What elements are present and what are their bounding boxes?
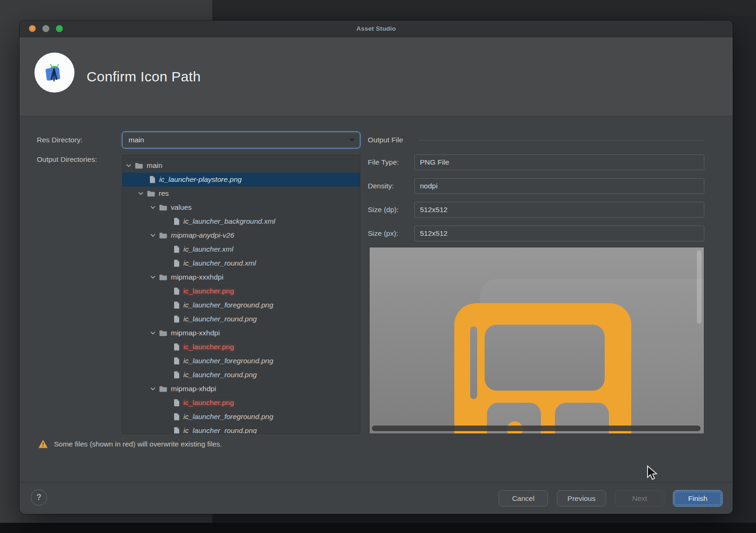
tree-item-label: mipmap-xhdpi (171, 385, 216, 393)
output-file-field-row: File Type:PNG File (368, 154, 704, 170)
tree-item-label: ic_launcher_round.png (183, 315, 257, 323)
footer-divider (20, 482, 733, 483)
overwrite-warning: Some files (shown in red) will overwrite… (38, 440, 222, 448)
tree-item-label: mipmap-anydpi-v26 (171, 231, 234, 240)
folder-icon (159, 205, 167, 211)
chevron-down-icon[interactable] (150, 276, 156, 279)
field-label: Size (px): (368, 229, 414, 238)
title-bar: Asset Studio (20, 20, 733, 37)
field-value-input[interactable]: PNG File (414, 154, 704, 170)
warning-text: Some files (shown in red) will overwrite… (54, 440, 222, 448)
file-icon (174, 357, 180, 365)
chevron-down-icon[interactable] (138, 192, 144, 195)
tree-item[interactable]: main (122, 159, 360, 173)
tree-item[interactable]: ic_launcher_round.png (122, 424, 360, 434)
chevron-down-icon[interactable] (126, 164, 132, 167)
tree-item[interactable]: ic_launcher.png (122, 284, 360, 298)
file-icon (174, 246, 180, 253)
file-icon (174, 315, 180, 323)
output-directories-label: Output Directories: (37, 155, 97, 164)
tree-item[interactable]: ic_launcher.png (122, 340, 360, 354)
file-icon (174, 343, 180, 351)
wizard-header: Confirm Icon Path (20, 37, 733, 116)
preview-vertical-scrollbar[interactable] (697, 250, 702, 324)
icon-window-shape (485, 325, 605, 391)
desktop-background-bottom (0, 523, 756, 533)
tree-item-label: ic_launcher.png (183, 399, 234, 407)
tree-item[interactable]: values (122, 200, 360, 214)
chevron-down-icon[interactable] (150, 387, 156, 391)
file-icon (174, 287, 180, 295)
preview-horizontal-scrollbar[interactable] (372, 426, 701, 431)
chevron-down-icon[interactable] (150, 234, 156, 237)
tree-item-label: ic_launcher_foreground.png (183, 301, 273, 309)
section-divider (419, 140, 704, 140)
field-value-input[interactable]: nodpi (414, 178, 704, 194)
tree-item[interactable]: ic_launcher.png (122, 396, 360, 410)
tree-item-label: ic_launcher_round.png (183, 371, 257, 379)
launcher-icon-image (454, 303, 631, 434)
file-icon (174, 413, 180, 420)
res-directory-select[interactable]: main (122, 132, 360, 148)
tree-item[interactable]: ic_launcher_round.png (122, 312, 360, 326)
tree-item[interactable]: ic_launcher-playstore.png (122, 173, 360, 187)
output-file-field-row: Density:nodpi (368, 178, 704, 194)
warning-icon (38, 440, 48, 448)
tree-item-label: ic_launcher_foreground.png (183, 413, 273, 421)
window-title: Asset Studio (357, 25, 396, 32)
tree-item-label: mipmap-xxxhdpi (171, 273, 223, 281)
tree-item[interactable]: ic_launcher_background.xml (122, 214, 360, 228)
tree-item-label: res (159, 189, 169, 198)
tree-item[interactable]: mipmap-anydpi-v26 (122, 228, 360, 242)
file-icon (149, 176, 155, 183)
cancel-button[interactable]: Cancel (499, 490, 548, 506)
minimize-window-button[interactable] (42, 25, 49, 32)
previous-button[interactable]: Previous (557, 490, 606, 506)
folder-icon (147, 191, 155, 197)
traffic-lights (29, 25, 63, 32)
chevron-down-icon[interactable] (150, 332, 156, 335)
tree-item[interactable]: ic_launcher_foreground.png (122, 298, 360, 312)
output-file-field-row: Size (px):512x512 (368, 226, 704, 241)
file-icon (174, 427, 180, 434)
tree-item[interactable]: ic_launcher_round.png (122, 368, 360, 382)
tree-item[interactable]: ic_launcher.xml (122, 242, 360, 256)
tree-item-label: ic_launcher_round.png (183, 426, 257, 434)
icon-slot-shape (470, 326, 477, 399)
tree-item-label: ic_launcher-playstore.png (159, 175, 242, 184)
tree-item[interactable]: ic_launcher_foreground.png (122, 410, 360, 424)
tree-item-label: ic_launcher.xml (183, 245, 233, 253)
asset-studio-dialog: Asset Studio Confirm Icon Path Res Direc… (20, 20, 733, 514)
folder-icon (135, 163, 143, 169)
field-label: Size (dp): (368, 206, 414, 214)
res-directory-label: Res Directory: (37, 136, 82, 144)
folder-icon (159, 274, 167, 280)
file-icon (174, 260, 180, 267)
folder-icon (159, 233, 167, 239)
tree-item-label: ic_launcher_background.xml (183, 217, 275, 226)
output-directories-tree[interactable]: mainic_launcher-playstore.pngresvaluesic… (122, 155, 360, 434)
tree-item-label: values (171, 203, 192, 212)
help-button[interactable]: ? (31, 489, 47, 506)
maximize-window-button[interactable] (56, 25, 63, 32)
tree-item[interactable]: ic_launcher_round.xml (122, 256, 360, 270)
field-value-input[interactable]: 512x512 (414, 202, 704, 218)
file-icon (174, 371, 180, 379)
chevron-down-icon[interactable] (150, 206, 156, 209)
tree-item-label: mipmap-xxhdpi (171, 329, 220, 337)
dialog-buttons: CancelPreviousNextFinish (499, 490, 722, 506)
folder-icon (159, 330, 167, 336)
next-button: Next (615, 490, 664, 506)
close-window-button[interactable] (29, 25, 36, 32)
tree-item[interactable]: mipmap-xxhdpi (122, 326, 360, 340)
field-value-input[interactable]: 512x512 (414, 226, 704, 241)
tree-item[interactable]: mipmap-xxxhdpi (122, 270, 360, 284)
finish-button[interactable]: Finish (673, 490, 722, 506)
file-icon (174, 399, 180, 406)
tree-item[interactable]: ic_launcher_foreground.png (122, 354, 360, 368)
page-title: Confirm Icon Path (87, 37, 201, 116)
tree-item[interactable]: res (122, 187, 360, 200)
field-label: Density: (368, 182, 414, 190)
tree-item[interactable]: mipmap-xhdpi (122, 382, 360, 396)
res-directory-value: main (128, 136, 144, 144)
